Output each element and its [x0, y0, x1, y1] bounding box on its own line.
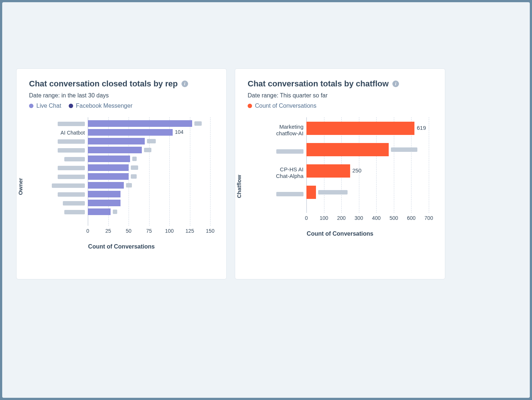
- bar[interactable]: [88, 200, 121, 206]
- x-tick-label: 600: [407, 215, 416, 221]
- x-axis-ticks: 0100200300400500600700: [306, 215, 429, 226]
- gridline: [429, 117, 429, 213]
- info-icon[interactable]: i: [392, 81, 399, 87]
- legend-item-live-chat[interactable]: Live Chat: [29, 103, 61, 109]
- card-subtitle: Date range: in the last 30 days: [29, 92, 214, 99]
- bar[interactable]: [88, 147, 142, 153]
- value-label-redacted: [126, 183, 132, 188]
- chart-body: AI Chatbot104: [88, 117, 210, 226]
- bar-row: CP-HS AIChat-Alpha250: [306, 162, 429, 183]
- card-header: Chat conversation totals by chatflow i D…: [235, 79, 445, 109]
- bar[interactable]: [88, 182, 124, 189]
- card-title: Chat conversation totals by chatflow: [248, 79, 389, 89]
- value-label-redacted: [131, 165, 138, 170]
- value-label-redacted: [391, 147, 417, 152]
- category-label-redacted: [58, 139, 85, 144]
- value-label-redacted: [144, 148, 151, 152]
- bar-row: [88, 190, 210, 199]
- bar-row: [88, 181, 210, 190]
- x-tick-label: 200: [337, 215, 345, 221]
- x-tick-label: 700: [424, 215, 433, 221]
- bar-row: [88, 146, 210, 155]
- x-tick-label: 100: [165, 228, 173, 234]
- y-axis-label: Owner: [17, 178, 24, 195]
- bar-row: [88, 208, 210, 217]
- legend-item-count[interactable]: Count of Conversations: [248, 103, 316, 109]
- bar[interactable]: [88, 191, 121, 197]
- chart-body: Marketingchatflow-AI619CP-HS AIChat-Alph…: [306, 117, 429, 213]
- chart-plot-area: Chatflow Marketingchatflow-AI619CP-HS AI…: [235, 117, 445, 261]
- x-tick-label: 100: [320, 215, 328, 221]
- legend-label: Count of Conversations: [255, 103, 316, 109]
- legend-swatch-icon: [248, 104, 252, 108]
- legend-swatch-icon: [69, 104, 73, 108]
- chart-plot-area: Owner AI Chatbot104 0255075100125150 Cou…: [17, 117, 226, 261]
- bar-row: [88, 119, 210, 128]
- category-label-redacted: [276, 192, 303, 196]
- gridline: [210, 117, 211, 226]
- x-tick-label: 300: [355, 215, 363, 221]
- bar[interactable]: [88, 173, 129, 180]
- value-label-redacted: [147, 139, 156, 143]
- bar[interactable]: [306, 186, 316, 199]
- value-label: 619: [417, 125, 426, 131]
- category-label-redacted: [58, 175, 85, 179]
- bar-row: [88, 164, 210, 172]
- category-label: CP-HS AIChat-Alpha: [263, 166, 303, 179]
- bar-row: AI Chatbot104: [88, 128, 210, 137]
- card-subtitle: Date range: This quarter so far: [248, 92, 432, 99]
- info-icon[interactable]: i: [181, 81, 188, 87]
- value-label-redacted: [318, 190, 348, 194]
- legend-label: Live Chat: [36, 103, 61, 109]
- bar[interactable]: [88, 129, 173, 136]
- bar[interactable]: [306, 122, 414, 135]
- bar[interactable]: [88, 120, 192, 127]
- value-label: 250: [352, 167, 362, 174]
- bar-row: [306, 141, 429, 162]
- bar[interactable]: [306, 164, 350, 178]
- value-label-redacted: [131, 174, 137, 179]
- bar-row: [306, 183, 429, 205]
- legend: Live Chat Facebook Messenger: [29, 103, 214, 109]
- category-label: Marketingchatflow-AI: [263, 124, 303, 137]
- value-label-redacted: [132, 157, 137, 161]
- bar[interactable]: [88, 156, 130, 162]
- value-label-redacted: [194, 121, 202, 126]
- category-label-redacted: [63, 201, 85, 206]
- x-tick-label: 50: [126, 228, 132, 234]
- y-axis-label: Chatflow: [236, 175, 242, 198]
- x-axis-ticks: 0255075100125150: [88, 228, 210, 239]
- bar[interactable]: [306, 143, 389, 156]
- card-chat-by-rep: Chat conversation closed totals by rep i…: [16, 68, 227, 279]
- category-label-redacted: [64, 157, 85, 161]
- legend-label: Facebook Messenger: [76, 103, 133, 109]
- category-label-redacted: [58, 122, 85, 126]
- bar[interactable]: [88, 138, 145, 144]
- bar[interactable]: [88, 164, 129, 171]
- x-axis-label: Count of Conversations: [248, 231, 432, 237]
- bar-row: [88, 199, 210, 208]
- bar-row: [88, 155, 210, 164]
- legend-item-fb-messenger[interactable]: Facebook Messenger: [69, 103, 133, 109]
- x-tick-label: 500: [389, 215, 398, 221]
- card-header: Chat conversation closed totals by rep i…: [17, 79, 226, 109]
- x-tick-label: 0: [86, 228, 89, 234]
- legend-swatch-icon: [29, 104, 33, 108]
- x-tick-label: 125: [186, 228, 194, 234]
- bar-row: Marketingchatflow-AI619: [306, 119, 429, 141]
- x-tick-label: 75: [146, 228, 152, 234]
- category-label-redacted: [276, 149, 303, 154]
- category-label-redacted: [52, 183, 85, 188]
- bar[interactable]: [88, 208, 111, 215]
- value-label: 104: [175, 129, 183, 135]
- legend: Count of Conversations: [248, 103, 432, 109]
- x-tick-label: 25: [105, 228, 111, 234]
- category-label: AI Chatbot: [61, 130, 85, 136]
- category-label-redacted: [64, 210, 85, 214]
- category-label-redacted: [58, 192, 85, 197]
- x-axis-label: Count of Conversations: [29, 243, 214, 250]
- x-tick-label: 0: [305, 215, 308, 221]
- category-label-redacted: [58, 166, 85, 170]
- dashboard-container: Chat conversation closed totals by rep i…: [2, 2, 530, 398]
- x-tick-label: 150: [206, 228, 214, 234]
